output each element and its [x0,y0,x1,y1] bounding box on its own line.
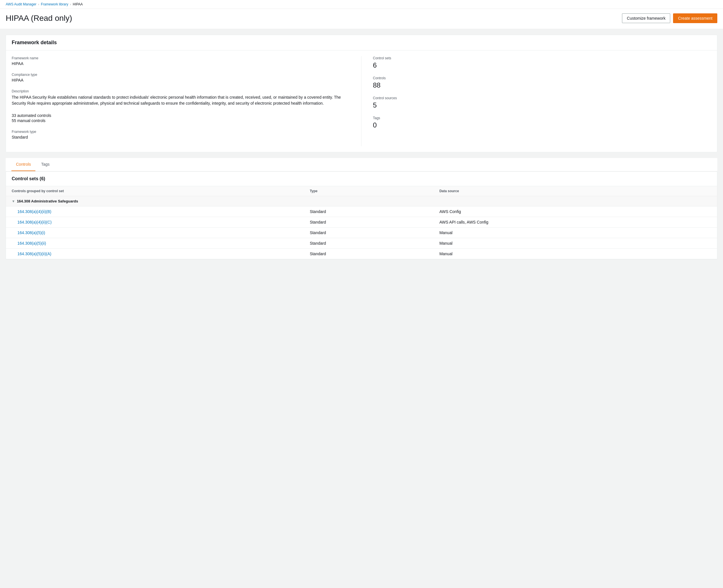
control-type: Standard [304,217,434,228]
create-assessment-button[interactable]: Create assessment [673,14,717,23]
control-link[interactable]: 164.308(a)(4)(ii)(B) [17,209,52,214]
framework-name-value: HIPAA [12,61,350,66]
control-link[interactable]: 164.308(a)(5)(ii)(A) [17,252,52,256]
breadcrumb-link-audit-manager[interactable]: AWS Audit Manager [6,2,37,6]
tab-tags[interactable]: Tags [37,158,54,171]
controls-table: Controls grouped by control set Type Dat… [6,186,717,259]
breadcrumb: AWS Audit Manager › Framework library › … [0,0,723,9]
compliance-type-label: Compliance type [12,73,350,77]
group-toggle-icon[interactable]: ▼ [12,199,15,203]
description-label: Description [12,89,350,93]
table-row: 164.308(a)(5)(i)StandardManual [6,228,717,238]
control-type: Standard [304,207,434,217]
framework-name-label: Framework name [12,56,350,60]
table-header-row: Controls grouped by control set Type Dat… [6,186,717,196]
breadcrumb-separator-2: › [70,3,71,6]
controls-value: 88 [373,81,711,89]
column-header-data-source: Data source [434,186,717,196]
control-data-source: Manual [434,228,717,238]
control-data-source: AWS Config [434,207,717,217]
controls-info-item: 33 automated controls 55 manual controls [12,113,350,123]
control-sets-header: Control sets (6) [6,172,717,186]
details-right-column: Control sets 6 Controls 88 Control sourc… [361,56,711,146]
framework-type-label: Framework type [12,130,350,134]
control-data-source: AWS API calls, AWS Config [434,217,717,228]
details-grid: Framework name HIPAA Compliance type HIP… [12,56,711,146]
page-title: HIPAA (Read only) [6,14,72,23]
tabs-container: Controls Tags [6,158,717,171]
tags-value: 0 [373,121,711,129]
framework-details-card: Framework details Framework name HIPAA C… [6,35,717,152]
control-link[interactable]: 164.308(a)(5)(i) [17,230,45,235]
control-sources-label: Control sources [373,96,711,100]
description-item: Description The HIPAA Security Rule esta… [12,89,350,106]
table-row: 164.308(a)(4)(ii)(C)StandardAWS API call… [6,217,717,228]
tags-label: Tags [373,116,711,120]
control-sets-count: (6) [40,176,45,181]
automated-controls: 33 automated controls [12,113,350,118]
control-data-source: Manual [434,238,717,249]
details-left-column: Framework name HIPAA Compliance type HIP… [12,56,361,146]
control-type: Standard [304,238,434,249]
framework-details-title: Framework details [12,40,711,46]
control-sets-label: Control sets [373,56,711,60]
control-sets-item: Control sets 6 [373,56,711,69]
column-header-type: Type [304,186,434,196]
compliance-type-item: Compliance type HIPAA [12,73,350,82]
table-row: 164.308(a)(5)(ii)StandardManual [6,238,717,249]
table-row: 164.308(a)(5)(ii)(A)StandardManual [6,249,717,259]
control-link[interactable]: 164.308(a)(4)(ii)(C) [17,220,52,225]
breadcrumb-separator-1: › [38,3,39,6]
header-actions: Customize framework Create assessment [622,14,717,23]
control-sets-title: Control sets (6) [12,176,711,181]
control-sources-item: Control sources 5 [373,96,711,109]
tab-controls[interactable]: Controls [12,158,35,171]
control-group-row: ▼164.308 Administrative Safeguards [6,196,717,207]
framework-type-item: Framework type Standard [12,130,350,140]
controls-label: Controls [373,76,711,80]
control-link[interactable]: 164.308(a)(5)(ii) [17,241,46,246]
control-sets-section: Control sets (6) Controls grouped by con… [6,171,717,259]
customize-framework-button[interactable]: Customize framework [622,14,670,23]
breadcrumb-link-framework-library[interactable]: Framework library [41,2,68,6]
framework-details-header: Framework details [6,35,717,50]
description-value: The HIPAA Security Rule establishes nati… [12,94,350,106]
page-header: HIPAA (Read only) Customize framework Cr… [0,9,723,29]
framework-details-body: Framework name HIPAA Compliance type HIP… [6,50,717,152]
control-sets-value: 6 [373,61,711,69]
control-type: Standard [304,228,434,238]
compliance-type-value: HIPAA [12,78,350,82]
manual-controls: 55 manual controls [12,118,350,123]
column-header-control-name: Controls grouped by control set [6,186,304,196]
control-data-source: Manual [434,249,717,259]
breadcrumb-current-page: HIPAA [73,2,83,6]
control-type: Standard [304,249,434,259]
control-sources-value: 5 [373,101,711,109]
controls-item: Controls 88 [373,76,711,89]
framework-type-value: Standard [12,135,350,140]
tags-item: Tags 0 [373,116,711,129]
framework-name-item: Framework name HIPAA [12,56,350,66]
main-content: Framework details Framework name HIPAA C… [0,29,723,265]
table-row: 164.308(a)(4)(ii)(B)StandardAWS Config [6,207,717,217]
